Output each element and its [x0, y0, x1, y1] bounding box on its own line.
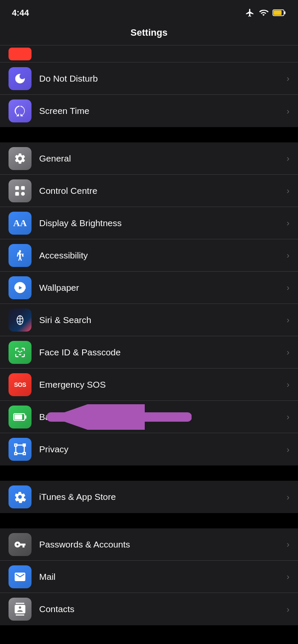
sidebar-item-battery[interactable]: Battery › — [0, 401, 298, 433]
partial-icon — [9, 48, 32, 60]
svg-rect-5 — [15, 192, 19, 196]
display-brightness-label: Display & Brightness — [39, 218, 287, 228]
sidebar-item-emergency-sos[interactable]: SOS Emergency SOS › — [0, 369, 298, 401]
privacy-icon — [9, 438, 32, 461]
section-display: General › Control Centre › AA Display & … — [0, 142, 298, 465]
face-id-icon — [9, 341, 32, 364]
emergency-sos-icon: SOS — [9, 373, 32, 396]
display-brightness-icon: AA — [9, 212, 32, 235]
wallpaper-icon — [9, 276, 32, 299]
accessibility-label: Accessibility — [39, 250, 287, 261]
svg-rect-14 — [14, 414, 22, 420]
battery-chevron: › — [287, 412, 289, 422]
do-not-disturb-chevron: › — [287, 74, 289, 83]
wallpaper-chevron: › — [287, 283, 289, 292]
battery-icon — [9, 406, 32, 428]
sidebar-item-itunes-appstore[interactable]: iTunes & App Store › — [0, 481, 298, 513]
partial-row — [0, 45, 298, 62]
section-gap-3 — [0, 513, 298, 528]
screen-time-label: Screen Time — [39, 106, 287, 116]
sidebar-item-do-not-disturb[interactable]: Do Not Disturb › — [0, 62, 298, 95]
do-not-disturb-label: Do Not Disturb — [39, 74, 287, 84]
section-top: Do Not Disturb › Screen Time › — [0, 45, 298, 127]
sidebar-item-siri-search[interactable]: Siri & Search › — [0, 304, 298, 336]
airplane-icon — [245, 8, 255, 17]
battery-label: Battery — [39, 412, 287, 422]
contacts-label: Contacts — [39, 604, 287, 614]
accessibility-chevron: › — [287, 250, 289, 260]
svg-rect-2 — [284, 11, 286, 14]
sidebar-item-passwords-accounts[interactable]: Passwords & Accounts › — [0, 528, 298, 561]
general-chevron: › — [287, 153, 289, 163]
emergency-sos-label: Emergency SOS — [39, 380, 287, 390]
face-id-chevron: › — [287, 347, 289, 357]
svg-rect-15 — [25, 415, 26, 419]
svg-rect-1 — [274, 11, 282, 15]
wifi-icon — [258, 8, 269, 17]
control-centre-chevron: › — [287, 186, 289, 196]
svg-rect-3 — [15, 186, 19, 190]
sidebar-item-display-brightness[interactable]: AA Display & Brightness › — [0, 207, 298, 239]
siri-search-label: Siri & Search — [39, 315, 287, 325]
screen-time-chevron: › — [287, 106, 289, 116]
status-icons — [245, 8, 286, 17]
sidebar-item-general[interactable]: General › — [0, 142, 298, 175]
sidebar-item-face-id[interactable]: Face ID & Passcode › — [0, 336, 298, 369]
privacy-chevron: › — [287, 445, 289, 454]
svg-point-6 — [21, 192, 25, 196]
section-accounts: Passwords & Accounts › Mail › Contacts › — [0, 528, 298, 625]
section-gap-1 — [0, 127, 298, 142]
siri-search-chevron: › — [287, 315, 289, 325]
general-label: General — [39, 153, 287, 164]
general-icon — [9, 147, 32, 170]
itunes-appstore-label: iTunes & App Store — [39, 492, 287, 502]
page-title: Settings — [0, 23, 298, 45]
status-time: 4:44 — [12, 8, 29, 18]
passwords-accounts-label: Passwords & Accounts — [39, 539, 287, 550]
control-centre-label: Control Centre — [39, 186, 287, 196]
privacy-label: Privacy — [39, 444, 287, 454]
siri-icon — [9, 309, 32, 332]
wallpaper-label: Wallpaper — [39, 283, 287, 293]
appstore-icon — [9, 485, 32, 508]
battery-status-icon — [272, 9, 286, 17]
passwords-icon — [9, 533, 32, 556]
contacts-icon — [9, 598, 32, 621]
svg-rect-4 — [21, 186, 25, 190]
passwords-accounts-chevron: › — [287, 539, 289, 549]
sidebar-item-wallpaper[interactable]: Wallpaper › — [0, 272, 298, 304]
itunes-appstore-chevron: › — [287, 492, 289, 502]
section-gap-2 — [0, 465, 298, 481]
sidebar-item-control-centre[interactable]: Control Centre › — [0, 175, 298, 207]
mail-icon — [9, 565, 32, 588]
status-bar: 4:44 — [0, 0, 298, 23]
face-id-label: Face ID & Passcode — [39, 347, 287, 357]
accessibility-icon — [9, 244, 32, 267]
emergency-sos-chevron: › — [287, 380, 289, 389]
mail-chevron: › — [287, 572, 289, 582]
do-not-disturb-icon — [9, 67, 32, 90]
sidebar-item-mail[interactable]: Mail › — [0, 561, 298, 593]
display-brightness-chevron: › — [287, 218, 289, 228]
sidebar-item-privacy[interactable]: Privacy › — [0, 433, 298, 465]
sidebar-item-accessibility[interactable]: Accessibility › — [0, 239, 298, 272]
contacts-chevron: › — [287, 604, 289, 614]
sidebar-item-screen-time[interactable]: Screen Time › — [0, 95, 298, 127]
sidebar-item-contacts[interactable]: Contacts › — [0, 593, 298, 625]
section-store: iTunes & App Store › — [0, 481, 298, 513]
mail-label: Mail — [39, 572, 287, 582]
control-centre-icon — [9, 179, 32, 202]
screen-time-icon — [9, 99, 32, 122]
